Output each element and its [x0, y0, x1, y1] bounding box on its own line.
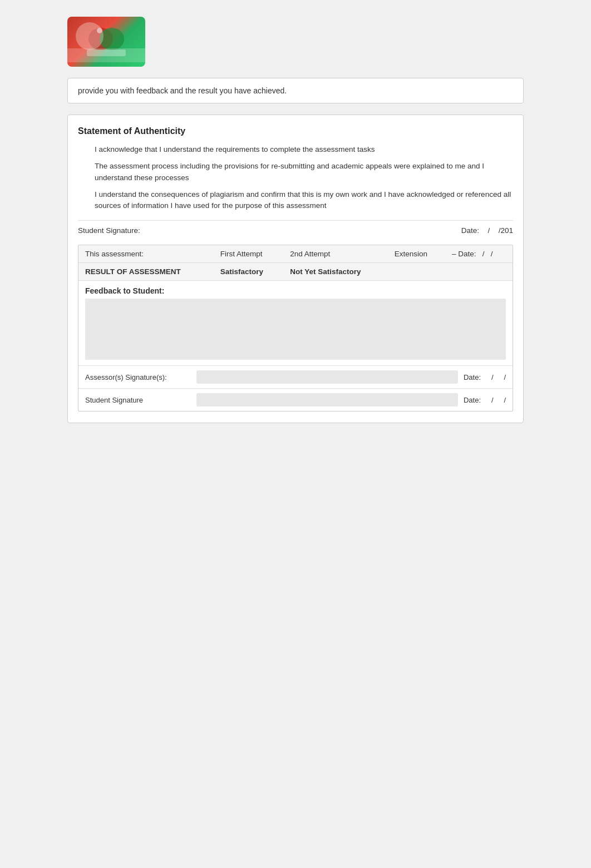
logo-area: [67, 17, 524, 67]
student-signature-input[interactable]: [196, 393, 458, 406]
signature-rows: Assessor(s) Signature(s): Date: / / Stud…: [78, 365, 513, 411]
authenticity-item-1: I acknowledge that I understand the requ…: [95, 144, 513, 155]
assessment-table-outer: This assessment: First Attempt 2nd Attem…: [78, 245, 513, 411]
ext-date-sep1: /: [482, 250, 485, 258]
feedback-row: Feedback to Student:: [78, 281, 513, 366]
student-date-sep2: /: [504, 396, 506, 404]
assessment-result-row: RESULT OF ASSESSMENT Satisfactory Not Ye…: [78, 263, 513, 281]
svg-rect-2: [87, 49, 126, 56]
assessor-date-area: Date: / /: [464, 373, 506, 381]
student-date-label: Date:: [464, 396, 481, 404]
intro-text: provide you with feedback and the result…: [78, 86, 287, 95]
result-col3: Not Yet Satisfactory: [283, 263, 388, 281]
assessment-table: This assessment: First Attempt 2nd Attem…: [78, 245, 513, 365]
page-container: provide you with feedback and the result…: [45, 0, 546, 440]
assessor-signature-input[interactable]: [196, 370, 458, 384]
student-sig-label: Student Signature: [85, 396, 196, 404]
student-signature-line: Student Signature: Date: / /201: [78, 220, 513, 235]
header-col3: 2nd Attempt: [283, 245, 388, 263]
feedback-label: Feedback to Student:: [85, 286, 506, 295]
ext-date-sep2: /: [491, 250, 493, 258]
authenticity-item-3: I understand the consequences of plagiar…: [95, 189, 513, 212]
intro-box: provide you with feedback and the result…: [67, 78, 524, 103]
feedback-content-area[interactable]: [85, 299, 506, 360]
date-label: Date:: [461, 226, 479, 235]
header-col2: First Attempt: [214, 245, 284, 263]
assessor-date-sep1: /: [491, 373, 494, 381]
authenticity-item-2: The assessment process including the pro…: [95, 161, 513, 183]
header-col1: This assessment:: [78, 245, 214, 263]
date-area: Date: / /201: [461, 226, 513, 235]
date-slash-1: /: [487, 226, 490, 235]
authenticity-items: I acknowledge that I understand the requ…: [95, 144, 513, 211]
student-date-sep1: /: [491, 396, 494, 404]
student-signature-row: Student Signature Date: / /: [78, 389, 513, 411]
feedback-cell: Feedback to Student:: [78, 281, 513, 365]
header-col5: – Date: / /: [445, 245, 513, 263]
main-card: Statement of Authenticity I acknowledge …: [67, 115, 524, 423]
student-date-area: Date: / /: [464, 396, 506, 404]
svg-point-3: [97, 28, 102, 33]
assessor-date-label: Date:: [464, 373, 481, 381]
section-title: Statement of Authenticity: [78, 126, 513, 136]
student-signature-label: Student Signature:: [78, 226, 140, 235]
assessment-header-row: This assessment: First Attempt 2nd Attem…: [78, 245, 513, 263]
assessor-date-sep2: /: [504, 373, 506, 381]
result-col1: RESULT OF ASSESSMENT: [78, 263, 214, 281]
header-col4: Extension: [388, 245, 445, 263]
result-col2: Satisfactory: [214, 263, 284, 281]
assessor-signature-label: Assessor(s) Signature(s):: [85, 373, 196, 381]
date-suffix: /201: [499, 226, 513, 235]
svg-point-1: [100, 28, 124, 50]
institution-logo: [67, 17, 145, 67]
assessor-signature-row: Assessor(s) Signature(s): Date: / /: [78, 366, 513, 389]
